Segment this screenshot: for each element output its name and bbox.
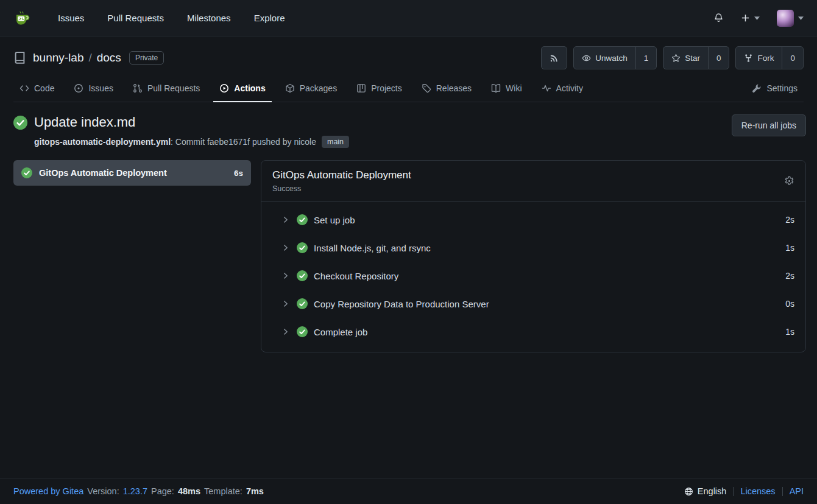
rss-icon bbox=[550, 54, 559, 63]
page-time-value: 48ms bbox=[178, 486, 200, 496]
step-row[interactable]: Copy Repository Data to Production Serve… bbox=[261, 290, 805, 318]
rerun-all-jobs-button[interactable]: Re-run all jobs bbox=[732, 114, 806, 136]
step-row[interactable]: Install Node.js, git, and rsync 1s bbox=[261, 234, 805, 262]
step-label: Checkout Repository bbox=[314, 271, 398, 281]
fork-icon bbox=[744, 54, 753, 63]
step-label: Complete job bbox=[314, 327, 367, 337]
plus-icon bbox=[741, 13, 750, 23]
job-settings-button[interactable] bbox=[784, 176, 794, 186]
step-success-icon bbox=[297, 270, 308, 281]
steps-list: Set up job 2s Install Node.js, git, and … bbox=[261, 202, 805, 352]
tab-label: Activity bbox=[556, 83, 583, 93]
template-time-value: 7ms bbox=[246, 486, 264, 496]
footer-divider bbox=[782, 487, 783, 496]
job-panel: GitOps Automatic Deployment Success Set … bbox=[261, 160, 806, 352]
globe-icon bbox=[684, 487, 693, 496]
nav-item-pull-requests[interactable]: Pull Requests bbox=[96, 13, 175, 23]
repo-action-buttons: Unwatch 1 Star 0 Fork bbox=[541, 46, 804, 69]
unwatch-button[interactable]: Unwatch bbox=[574, 47, 635, 69]
step-row[interactable]: Checkout Repository 2s bbox=[261, 262, 805, 290]
nav-item-issues[interactable]: Issues bbox=[46, 13, 96, 23]
repo-name-link[interactable]: docs bbox=[97, 51, 121, 65]
step-success-icon bbox=[297, 326, 308, 337]
actions-run-view: Update index.md gitops-automatic-deploym… bbox=[0, 102, 817, 466]
step-success-icon bbox=[297, 214, 308, 225]
footer-divider bbox=[733, 487, 734, 496]
gear-icon bbox=[784, 176, 794, 186]
step-label: Install Node.js, git, and rsync bbox=[314, 243, 431, 253]
tab-packages[interactable]: Packages bbox=[279, 75, 343, 102]
repo-owner-link[interactable]: bunny-lab bbox=[33, 51, 83, 65]
eye-icon bbox=[582, 54, 591, 63]
notifications-button[interactable] bbox=[713, 13, 724, 23]
activity-icon bbox=[542, 83, 551, 93]
tab-issues[interactable]: Issues bbox=[68, 75, 119, 102]
step-duration: 1s bbox=[785, 243, 794, 253]
powered-by-gitea-link[interactable]: Powered by Gitea bbox=[13, 486, 83, 496]
star-button[interactable]: Star bbox=[663, 47, 708, 69]
forks-count[interactable]: 0 bbox=[782, 47, 803, 69]
jobs-sidebar: GitOps Automatic Deployment 6s bbox=[13, 160, 251, 186]
tab-releases[interactable]: Releases bbox=[416, 75, 478, 102]
chevron-right-icon bbox=[281, 271, 290, 280]
branch-badge[interactable]: main bbox=[322, 136, 349, 148]
wrench-icon bbox=[752, 83, 762, 93]
caret-down-icon bbox=[754, 16, 760, 20]
step-duration: 2s bbox=[785, 215, 794, 225]
step-label: Set up job bbox=[314, 215, 355, 225]
tab-activity[interactable]: Activity bbox=[536, 75, 589, 102]
watchers-count[interactable]: 1 bbox=[635, 47, 657, 69]
tab-actions[interactable]: Actions bbox=[213, 75, 271, 102]
step-row[interactable]: Set up job 2s bbox=[261, 206, 805, 234]
tab-label: Code bbox=[34, 83, 54, 93]
repo-icon bbox=[13, 52, 26, 65]
pull-request-icon bbox=[133, 83, 143, 93]
licenses-link[interactable]: Licenses bbox=[740, 486, 775, 496]
tab-label: Releases bbox=[436, 83, 472, 93]
stars-count[interactable]: 0 bbox=[708, 47, 729, 69]
step-duration: 0s bbox=[785, 299, 794, 309]
projects-icon bbox=[356, 83, 366, 93]
star-icon bbox=[671, 54, 681, 63]
tab-projects[interactable]: Projects bbox=[350, 75, 408, 102]
user-menu-button[interactable] bbox=[777, 10, 804, 27]
step-duration: 1s bbox=[785, 327, 794, 337]
tab-label: Wiki bbox=[506, 83, 522, 93]
play-circle-icon bbox=[219, 83, 229, 93]
rss-button[interactable] bbox=[542, 47, 567, 69]
nav-item-explore[interactable]: Explore bbox=[242, 13, 297, 23]
page-time-label: Page: bbox=[151, 486, 174, 496]
fork-button[interactable]: Fork bbox=[736, 47, 782, 69]
tab-pull-requests[interactable]: Pull Requests bbox=[127, 75, 206, 102]
top-navbar: Issues Pull Requests Milestones Explore bbox=[0, 0, 817, 37]
template-time-label: Template: bbox=[204, 486, 242, 496]
tab-wiki[interactable]: Wiki bbox=[485, 75, 528, 102]
job-list-item[interactable]: GitOps Automatic Deployment 6s bbox=[13, 160, 251, 186]
step-label: Copy Repository Data to Production Serve… bbox=[314, 299, 489, 309]
version-value[interactable]: 1.23.7 bbox=[123, 486, 147, 496]
unwatch-label: Unwatch bbox=[595, 54, 628, 63]
language-selector[interactable]: English bbox=[684, 486, 727, 496]
repo-tab-bar: Code Issues Pull Requests Actions Packag… bbox=[13, 75, 804, 102]
api-link[interactable]: API bbox=[790, 486, 804, 496]
tab-code[interactable]: Code bbox=[13, 75, 60, 102]
visibility-badge: Private bbox=[129, 51, 164, 65]
nav-item-milestones[interactable]: Milestones bbox=[175, 13, 242, 23]
step-row[interactable]: Complete job 1s bbox=[261, 318, 805, 346]
tab-settings[interactable]: Settings bbox=[746, 75, 804, 102]
star-label: Star bbox=[685, 54, 700, 63]
tab-label: Packages bbox=[300, 83, 337, 93]
gitea-logo-icon bbox=[13, 9, 32, 27]
avatar bbox=[777, 10, 794, 27]
run-success-icon bbox=[13, 116, 27, 130]
chevron-right-icon bbox=[281, 215, 290, 224]
tab-label: Projects bbox=[371, 83, 402, 93]
create-menu-button[interactable] bbox=[741, 13, 760, 23]
issue-icon bbox=[74, 83, 83, 93]
home-logo-link[interactable] bbox=[13, 9, 32, 27]
footer: Powered by Gitea Version: 1.23.7 Page: 4… bbox=[0, 478, 817, 504]
language-label: English bbox=[698, 486, 727, 496]
job-panel-title: GitOps Automatic Deployment bbox=[272, 169, 411, 181]
job-status-text: Success bbox=[272, 184, 411, 193]
workflow-file-link[interactable]: gitops-automatic-deployment.yml bbox=[34, 137, 171, 147]
